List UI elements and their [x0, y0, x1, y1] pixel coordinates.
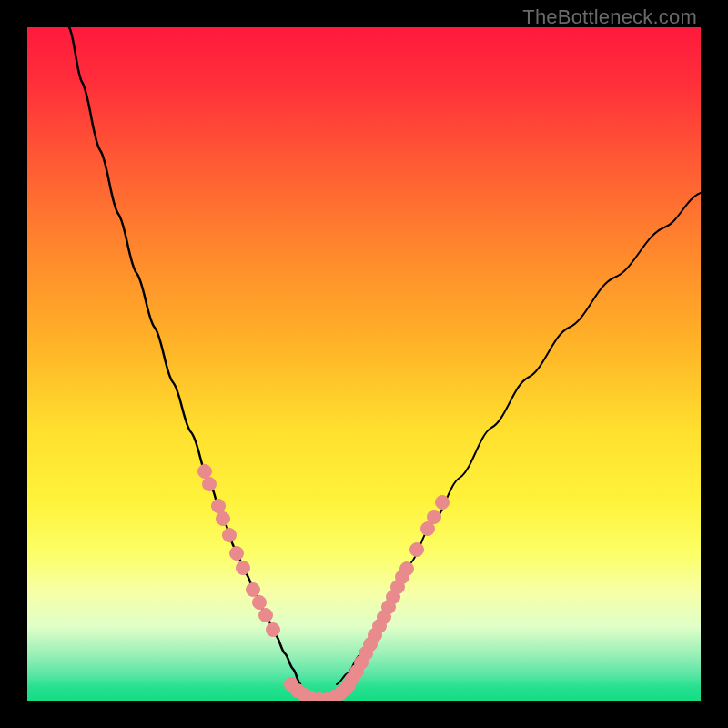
data-marker	[410, 543, 424, 557]
data-marker	[247, 583, 260, 597]
data-marker	[212, 500, 226, 513]
data-marker	[253, 596, 267, 610]
data-marker	[259, 609, 273, 622]
chart-frame: TheBottleneck.com	[0, 0, 728, 728]
data-marker	[203, 478, 217, 491]
data-marker	[198, 465, 212, 479]
data-marker	[217, 512, 230, 526]
data-marker	[230, 547, 244, 561]
data-marker	[436, 496, 450, 510]
data-marker	[400, 562, 414, 576]
data-marker	[223, 529, 237, 542]
watermark-text: TheBottleneck.com	[522, 5, 697, 29]
plot-area	[27, 27, 701, 701]
data-marker	[428, 511, 441, 524]
curve-left-curve	[69, 27, 300, 684]
curves-svg	[27, 27, 701, 701]
curve-group	[69, 27, 701, 699]
data-marker	[237, 561, 250, 575]
data-marker	[267, 623, 280, 637]
marker-group	[198, 465, 450, 702]
